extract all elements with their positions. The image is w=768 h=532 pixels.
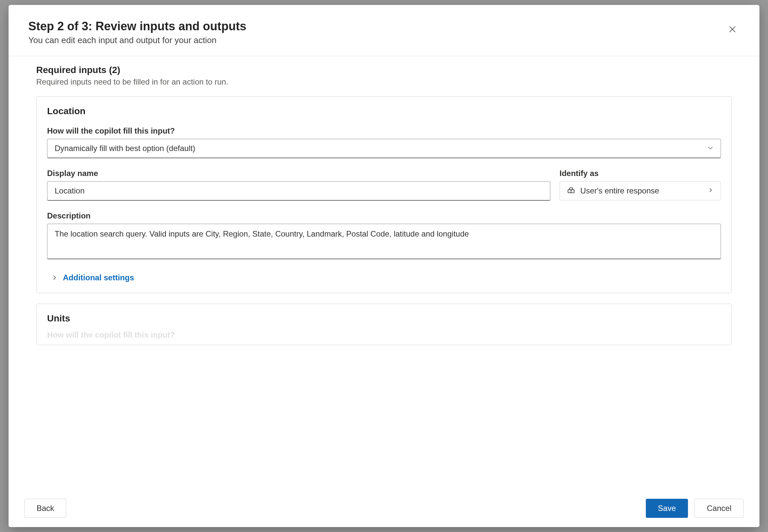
save-button[interactable]: Save	[646, 499, 688, 518]
section-title: Required inputs (2)	[36, 65, 732, 75]
fill-method-value: Dynamically fill with best option (defau…	[55, 144, 195, 153]
cancel-button[interactable]: Cancel	[695, 499, 744, 518]
identify-label: Identify as	[559, 169, 721, 178]
chevron-right-icon	[707, 186, 714, 195]
display-name-column: Display name	[47, 169, 550, 201]
fill-method-label: How will the copilot fill this input?	[47, 126, 721, 136]
description-group: Description	[47, 211, 721, 261]
identify-value: User's entire response	[580, 186, 659, 195]
modal-header: Step 2 of 3: Review inputs and outputs Y…	[9, 5, 759, 56]
fill-method-select-wrapper: Dynamically fill with best option (defau…	[47, 139, 721, 158]
input-card-units: Units How will the copilot fill this inp…	[36, 304, 732, 345]
description-input[interactable]	[47, 224, 721, 259]
display-name-label: Display name	[47, 169, 550, 178]
identify-as-button[interactable]: User's entire response	[559, 181, 721, 200]
modal-title: Step 2 of 3: Review inputs and outputs	[28, 19, 246, 33]
display-name-input[interactable]	[47, 181, 550, 201]
section-subtitle: Required inputs need to be filled in for…	[36, 77, 732, 87]
footer-right-buttons: Save Cancel	[646, 499, 744, 518]
description-label: Description	[47, 211, 721, 220]
fill-method-label: How will the copilot fill this input?	[47, 330, 721, 340]
identify-column: Identify as User's entire response	[559, 169, 721, 200]
modal-body: Required inputs (2) Required inputs need…	[9, 56, 759, 489]
modal-backdrop: Step 2 of 3: Review inputs and outputs Y…	[0, 0, 768, 532]
modal-footer: Back Save Cancel	[9, 489, 759, 527]
modal-subtitle: You can edit each input and output for y…	[28, 35, 246, 45]
svg-rect-2	[568, 190, 571, 193]
svg-rect-3	[571, 190, 574, 193]
section-header: Required inputs (2) Required inputs need…	[36, 65, 732, 87]
close-button[interactable]	[725, 22, 740, 37]
display-identify-row: Display name Identify as	[47, 169, 721, 201]
additional-settings-label: Additional settings	[63, 273, 134, 282]
card-title: Location	[47, 106, 721, 116]
close-icon	[728, 25, 737, 34]
card-title: Units	[47, 313, 721, 324]
fill-method-select[interactable]: Dynamically fill with best option (defau…	[47, 139, 721, 158]
chevron-right-icon	[51, 274, 58, 281]
input-card-location: Location How will the copilot fill this …	[36, 96, 732, 293]
additional-settings-toggle[interactable]: Additional settings	[51, 273, 134, 282]
modal-header-text: Step 2 of 3: Review inputs and outputs Y…	[28, 19, 246, 45]
modal-dialog: Step 2 of 3: Review inputs and outputs Y…	[9, 5, 759, 527]
entity-icon	[566, 186, 576, 195]
back-button[interactable]: Back	[24, 499, 66, 518]
